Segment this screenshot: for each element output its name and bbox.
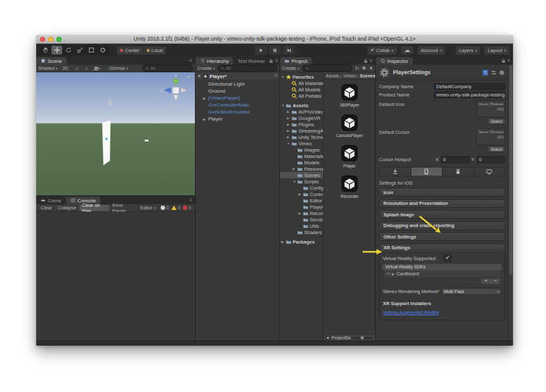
step-button[interactable] [282,45,295,55]
project-tree-item[interactable]: ▼Favorites [280,74,323,80]
hotspot-x-field[interactable]: 0 [441,156,469,163]
expand-arrow-icon[interactable]: ▼ [287,141,291,145]
project-asset[interactable]: Player [341,145,358,168]
layers-dropdown[interactable]: Layers▾ [455,46,481,55]
project-tree-item[interactable]: Services [280,216,323,223]
zoom-window-button[interactable] [57,37,62,42]
console-log-area[interactable] [36,212,195,341]
warning-count-badge[interactable]: 0 [171,206,180,210]
project-tree-item[interactable]: Config [280,185,323,191]
tvos-platform-tab[interactable] [474,167,505,176]
inspector-section-debugging-and-crash-reporting[interactable]: Debugging and crash reporting [379,221,505,230]
scale-tool-button[interactable] [74,46,85,55]
slider-knob[interactable] [361,336,364,339]
rect-tool-button[interactable] [86,46,97,55]
project-tree-item[interactable]: All Materials [280,80,323,86]
project-asset[interactable]: Recorder [341,175,359,199]
stereo-rendering-method-dropdown[interactable]: Multi Pass ▾ [441,288,502,295]
inspector-section-other-settings[interactable]: Other Settings [379,232,505,241]
inspector-section-icon[interactable]: Icon [379,188,505,197]
gizmos-dropdown[interactable]: Gizmos▾ [109,65,128,71]
expand-arrow-icon[interactable]: ▼ [197,74,201,78]
scene-header-row[interactable]: ▼ Player* ≡ [196,72,279,81]
pause-button[interactable] [268,45,281,55]
project-tree-item[interactable]: Editor [280,197,323,204]
project-search-input[interactable] [302,65,352,72]
hierarchy-item[interactable]: GvrControllerMain [196,101,279,108]
account-dropdown[interactable]: Account▾ [417,46,446,55]
project-tree-item[interactable]: Models [280,159,323,166]
inspector-section-splash-image[interactable]: Splash Image [379,210,505,219]
project-tree-item[interactable]: ▶StreamingAssets [280,127,323,134]
panel-menu-icon[interactable]: ≡ [507,58,510,63]
project-tree-item[interactable]: ▼Scripts [280,178,323,185]
console-editor-button[interactable]: Editor▾ [138,205,159,211]
xr-settings-header[interactable]: XR Settings [380,244,505,252]
expand-arrow-icon[interactable]: ▶ [203,117,208,121]
lock-icon[interactable] [269,58,273,63]
project-tree-item[interactable]: ▶Unity Technologies [280,134,323,140]
help-icon[interactable]: ? [483,70,488,75]
project-asset[interactable]: 360Player [340,84,359,107]
expand-arrow-icon[interactable]: ▶ [392,272,394,276]
default-cursor-texture-slot[interactable]: None (Texture 2D) [476,128,505,145]
project-tree-item[interactable]: ▶Resources [280,166,323,172]
project-tab[interactable]: Project [280,57,312,65]
expand-arrow-icon[interactable]: ▶ [281,240,286,244]
inspector-section-resolution-and-presentation[interactable]: Resolution and Presentation [379,199,505,208]
expand-arrow-icon[interactable]: ▶ [293,167,297,171]
hierarchy-tab[interactable]: Hierarchy [196,57,233,65]
hierarchy-item[interactable]: GvrEditorEmulator [196,108,279,115]
audio-toggle-icon[interactable]: ♪ [83,65,90,71]
layout-dropdown[interactable]: Layout▾ [484,46,510,55]
virtual-reality-supported-checkbox[interactable]: ✓ [444,254,451,262]
breadcrumb-scenes[interactable]: Scenes [360,74,375,78]
console-clear-on-play-button[interactable]: Clear on Play [79,205,109,211]
effects-toggle-icon[interactable]: ▦▾ [92,65,102,71]
vuforia-augmented-reality-link[interactable]: Vuforia Augmented Reality [383,310,439,315]
pivot-center-button[interactable]: Center [116,46,143,55]
lock-icon[interactable] [364,58,368,63]
hierarchy-search-input[interactable]: All [218,65,277,72]
panel-menu-icon[interactable]: ≡ [189,58,192,63]
project-tree-item[interactable]: ▶Controls [280,191,323,197]
icon-size-slider[interactable] [353,337,372,339]
search-by-type-icon[interactable] [355,66,359,70]
project-tree-item[interactable]: All Prefabs [280,93,323,99]
gear-icon[interactable] [499,70,505,75]
product-name-field[interactable]: vimeo-unity-sdk-package-testing [434,91,505,98]
panel-menu-icon[interactable]: ≡ [370,58,373,63]
collab-button[interactable]: ✔Collab▾ [367,46,397,55]
expand-arrow-icon[interactable]: ▶ [287,129,291,133]
remove-sdk-button[interactable]: − [494,278,497,284]
hand-tool-button[interactable] [40,46,51,55]
console-error-pause-button[interactable]: Error Pause [110,205,137,211]
play-button[interactable] [254,45,267,55]
project-tree-item[interactable]: Shaders [280,229,323,235]
expand-arrow-icon[interactable]: ▶ [203,96,208,100]
console-clear-button[interactable]: Clear [38,205,55,211]
transform-tool-button[interactable] [97,46,108,55]
expand-arrow-icon[interactable]: ▶ [287,116,291,120]
hierarchy-item[interactable]: ▶[VimeoPlayer] [196,95,279,101]
inspector-scrollbar[interactable] [508,65,513,341]
breadcrumb-vimeo[interactable]: Vimeo [343,74,356,78]
project-tree-item[interactable]: ▶Recorder [280,210,323,216]
scrollbar-thumb[interactable] [509,65,512,275]
scene-menu-icon[interactable]: ≡ [274,74,277,79]
rotate-tool-button[interactable] [63,46,74,55]
expand-arrow-icon[interactable]: ▶ [287,110,291,114]
expand-arrow-icon[interactable]: ▼ [281,103,286,107]
company-name-field[interactable]: DefaultCompany [434,83,505,90]
android-platform-tab[interactable] [442,167,474,176]
vr-sdk-item-cardboard[interactable]: == ▶ Cardboard [383,270,502,278]
minimize-window-button[interactable] [48,37,53,42]
project-asset[interactable]: CanvasPlayer [336,114,363,138]
test-runner-tab[interactable]: Test Runner [233,57,269,65]
2d-toggle[interactable]: 2D [60,65,70,71]
panel-menu-icon[interactable]: ≡ [275,58,278,63]
expand-arrow-icon[interactable]: ▼ [281,75,286,79]
hierarchy-item[interactable]: Directional Light [196,81,279,88]
project-tree-item[interactable]: ▶Packages [280,238,323,245]
project-tree-item[interactable]: All Models [280,86,323,93]
